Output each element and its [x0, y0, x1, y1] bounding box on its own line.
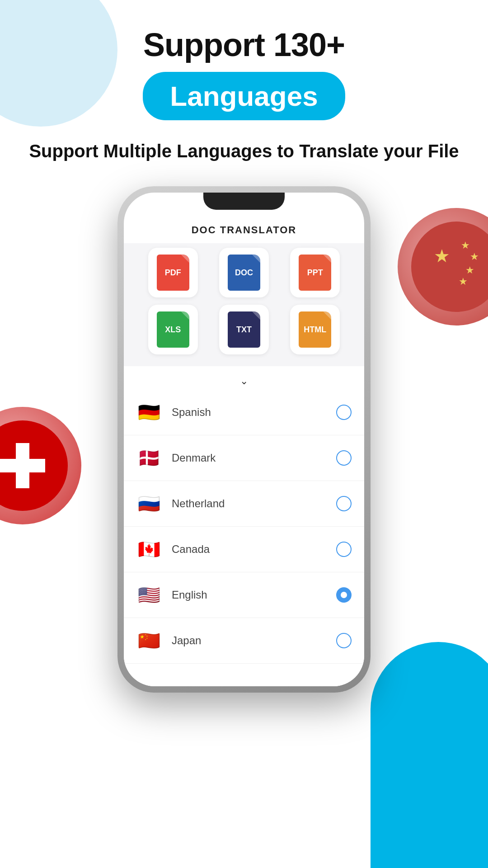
ppt-icon: PPT	[299, 255, 331, 291]
language-name-english: English	[172, 589, 336, 601]
language-item-japan[interactable]: 🇨🇳 Japan	[124, 618, 364, 664]
radio-spanish[interactable]	[336, 405, 352, 420]
chevron-row: ⌄	[124, 370, 364, 390]
language-name-japan: Japan	[172, 634, 336, 647]
doc-icon: DOC	[228, 255, 260, 291]
file-type-xls[interactable]: XLS	[148, 305, 198, 354]
flag-spanish: 🇩🇪	[136, 400, 162, 425]
html-icon: HTML	[299, 311, 331, 348]
radio-denmark[interactable]	[336, 450, 352, 466]
phone-wrapper: DOC TRANSLATOR PDF DOC	[0, 186, 488, 693]
flag-english: 🇺🇸	[136, 582, 162, 608]
subtitle: Support Multiple Languages to Translate …	[0, 138, 488, 164]
language-name-spanish: Spanish	[172, 406, 336, 419]
language-item-canada[interactable]: 🇨🇦 Canada	[124, 527, 364, 572]
phone-notch	[203, 193, 285, 210]
languages-badge: Languages	[143, 72, 345, 120]
radio-english[interactable]	[336, 587, 352, 603]
file-type-ppt[interactable]: PPT	[290, 248, 340, 297]
file-type-html[interactable]: HTML	[290, 305, 340, 354]
pdf-icon: PDF	[157, 255, 189, 291]
radio-canada[interactable]	[336, 542, 352, 557]
phone-inner: DOC TRANSLATOR PDF DOC	[124, 193, 364, 686]
flag-denmark: 🇩🇰	[136, 445, 162, 471]
file-type-doc[interactable]: DOC	[219, 248, 269, 297]
support-title: Support 130+	[0, 27, 488, 63]
language-name-canada: Canada	[172, 543, 336, 556]
language-item-english[interactable]: 🇺🇸 English	[124, 572, 364, 618]
language-name-denmark: Denmark	[172, 452, 336, 464]
language-name-netherland: Netherland	[172, 497, 336, 510]
flag-japan: 🇨🇳	[136, 628, 162, 653]
file-icons-row-1: PDF DOC PPT	[137, 248, 351, 297]
language-item-denmark[interactable]: 🇩🇰 Denmark	[124, 435, 364, 481]
language-item-netherland[interactable]: 🇷🇺 Netherland	[124, 481, 364, 527]
txt-icon: TXT	[228, 311, 260, 348]
language-item-spanish[interactable]: 🇩🇪 Spanish	[124, 390, 364, 435]
xls-icon: XLS	[157, 311, 189, 348]
flag-canada: 🇨🇦	[136, 537, 162, 562]
file-icons-section: PDF DOC PPT	[124, 243, 364, 366]
header-section: Support 130+ Languages Support Multiple …	[0, 0, 488, 164]
language-list-section: ⌄ 🇩🇪 Spanish 🇩🇰	[124, 370, 364, 686]
chevron-down-icon: ⌄	[240, 375, 248, 387]
file-icons-row-2: XLS TXT HTML	[137, 305, 351, 354]
app-title: DOC TRANSLATOR	[124, 215, 364, 243]
phone-outer: DOC TRANSLATOR PDF DOC	[117, 186, 371, 693]
file-type-pdf[interactable]: PDF	[148, 248, 198, 297]
file-type-txt[interactable]: TXT	[219, 305, 269, 354]
radio-japan[interactable]	[336, 633, 352, 648]
flag-netherland: 🇷🇺	[136, 491, 162, 516]
phone-screen: DOC TRANSLATOR PDF DOC	[124, 193, 364, 686]
radio-netherland[interactable]	[336, 496, 352, 511]
